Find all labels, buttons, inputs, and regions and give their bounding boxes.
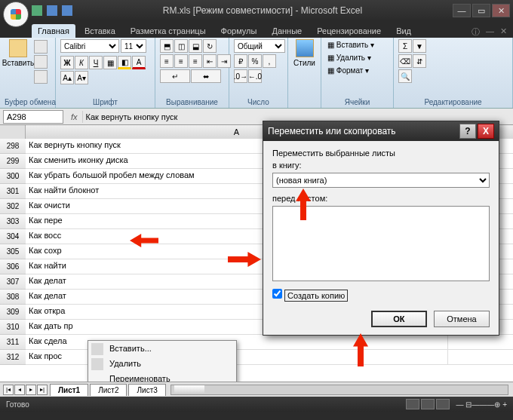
name-box[interactable]: A298 (3, 110, 63, 124)
close-button[interactable]: ✕ (492, 4, 510, 17)
underline-button[interactable]: Ч (89, 56, 103, 69)
scrollbar-thumb[interactable] (174, 385, 204, 394)
fill-color-button[interactable]: ◧ (118, 56, 131, 69)
statusbar: Готово — ⊟———⊕ + (0, 397, 513, 412)
row-header[interactable]: 311 (0, 335, 26, 350)
clear-button[interactable]: ⌫ (398, 54, 412, 68)
sheet-tab-2[interactable]: Лист2 (90, 384, 127, 396)
row-header[interactable]: 300 (0, 169, 26, 184)
styles-button[interactable]: Стили (293, 39, 316, 67)
row-header[interactable]: 304 (0, 229, 26, 244)
zoom-slider[interactable]: — ⊟———⊕ + (456, 400, 507, 409)
row-header[interactable]: 299 (0, 154, 26, 169)
ribbon-minimize-icon[interactable]: — (486, 26, 494, 38)
tab-page-layout[interactable]: Разметка страницы (124, 24, 212, 38)
redo-icon[interactable] (62, 5, 72, 16)
fx-icon[interactable]: fx (66, 112, 82, 121)
row-header[interactable]: 308 (0, 290, 26, 305)
sheet-tab-1[interactable]: Лист1 (50, 384, 88, 396)
dialog-titlebar[interactable]: Переместить или скопировать ? X (263, 121, 499, 141)
font-color-button[interactable]: A (132, 56, 146, 69)
help-icon[interactable]: ⓘ (472, 26, 480, 38)
sort-filter-button[interactable]: ⇵ (413, 54, 426, 68)
fill-button[interactable]: ▼ (413, 39, 426, 53)
context-menu-item[interactable]: Переименовать (88, 371, 236, 382)
horizontal-scrollbar[interactable] (170, 385, 508, 395)
maximize-button[interactable]: ▭ (472, 4, 490, 17)
dialog-close-button[interactable]: X (478, 124, 494, 139)
grow-font-button[interactable]: A▴ (60, 71, 74, 84)
find-button[interactable]: 🔍 (398, 69, 412, 83)
align-top-button[interactable]: ⬒ (160, 39, 174, 53)
office-button[interactable] (3, 2, 29, 27)
context-menu-item[interactable]: Вставить... (88, 341, 236, 356)
row-header[interactable]: 305 (0, 244, 26, 259)
font-name-select[interactable]: Calibri (60, 39, 119, 53)
indent-dec-button[interactable]: ⇤ (203, 54, 217, 68)
book-select[interactable]: (новая книга) (272, 173, 490, 188)
align-middle-button[interactable]: ◫ (174, 39, 188, 53)
ok-button[interactable]: ОК (371, 311, 427, 327)
number-format-select[interactable]: Общий (234, 39, 285, 53)
cells-delete-button[interactable]: ▦ Удалить ▾ (326, 52, 373, 63)
orientation-button[interactable]: ↻ (203, 39, 217, 53)
cells-format-button[interactable]: ▦ Формат ▾ (326, 65, 370, 76)
align-center-button[interactable]: ≡ (174, 54, 188, 68)
row-header[interactable]: 301 (0, 184, 26, 199)
tab-nav-last[interactable]: ▸| (37, 385, 48, 395)
row-header[interactable]: 307 (0, 274, 26, 290)
tab-nav-first[interactable]: |◂ (3, 385, 14, 395)
tab-review[interactable]: Рецензирование (311, 24, 387, 38)
cells-insert-button[interactable]: ▦ Вставить ▾ (326, 39, 376, 51)
bold-button[interactable]: Ж (60, 56, 74, 69)
group-styles-label (293, 97, 316, 108)
sheet-tab-3[interactable]: Лист3 (128, 384, 165, 396)
row-header[interactable]: 306 (0, 259, 26, 274)
cut-icon[interactable] (34, 40, 48, 54)
font-size-select[interactable]: 11 (121, 39, 146, 53)
row-header[interactable]: 309 (0, 305, 26, 320)
row-header[interactable]: 302 (0, 199, 26, 214)
tab-data[interactable]: Данные (266, 24, 308, 38)
shrink-font-button[interactable]: A▾ (75, 71, 88, 84)
tab-home[interactable]: Главная (32, 24, 75, 38)
dialog-help-button[interactable]: ? (459, 124, 476, 139)
context-menu-item[interactable]: Удалить (88, 356, 236, 371)
align-bottom-button[interactable]: ⬓ (189, 39, 202, 53)
tab-nav-prev[interactable]: ◂ (14, 385, 25, 395)
copy-icon[interactable] (34, 55, 48, 69)
border-button[interactable]: ▦ (103, 56, 117, 69)
row-header[interactable]: 310 (0, 320, 26, 335)
view-normal-button[interactable] (406, 399, 419, 409)
cancel-button[interactable]: Отмена (434, 311, 490, 327)
tab-insert[interactable]: Вставка (78, 24, 121, 38)
tab-formulas[interactable]: Формулы (215, 24, 263, 38)
group-alignment-label: Выравнивание (160, 97, 224, 108)
save-icon[interactable] (32, 5, 42, 16)
undo-icon[interactable] (47, 5, 57, 16)
select-all-button[interactable] (0, 125, 26, 139)
align-right-button[interactable]: ≡ (189, 54, 202, 68)
align-left-button[interactable]: ≡ (160, 54, 174, 68)
percent-button[interactable]: % (248, 54, 262, 68)
row-header[interactable]: 312 (0, 350, 26, 365)
row-header[interactable]: 298 (0, 139, 26, 154)
row-header[interactable]: 303 (0, 214, 26, 229)
merge-button[interactable]: ⬌ (191, 69, 221, 83)
minimize-button[interactable]: — (453, 4, 471, 17)
doc-close-icon[interactable]: ✕ (500, 26, 507, 38)
wrap-text-button[interactable]: ↵ (160, 69, 190, 83)
paste-button[interactable]: Вставить (5, 39, 32, 67)
increase-decimal-button[interactable]: .0→ (234, 69, 247, 83)
decrease-decimal-button[interactable]: ←.0 (248, 69, 262, 83)
create-copy-checkbox[interactable] (272, 289, 282, 299)
autosum-button[interactable]: Σ (398, 39, 412, 53)
view-page-layout-button[interactable] (421, 399, 435, 409)
tab-nav-next[interactable]: ▸ (26, 385, 36, 395)
comma-button[interactable]: , (263, 54, 276, 68)
currency-button[interactable]: ₽ (234, 54, 247, 68)
format-painter-icon[interactable] (34, 70, 48, 84)
view-page-break-button[interactable] (436, 399, 450, 409)
tab-view[interactable]: Вид (390, 24, 417, 38)
italic-button[interactable]: К (75, 56, 88, 69)
